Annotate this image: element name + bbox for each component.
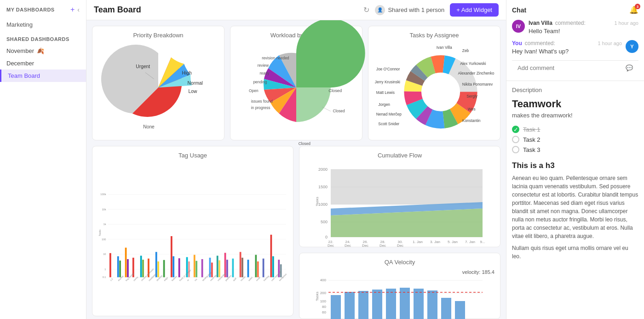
svg-text:Dec: Dec [362,244,368,248]
task-item-1: ✓ Task 1 [512,124,638,134]
add-dashboard-button[interactable]: + [70,6,75,14]
svg-rect-89 [240,252,242,277]
svg-rect-161 [372,290,382,319]
svg-text:Ivan Villa: Ivan Villa [437,45,452,50]
svg-text:Tasks: Tasks [315,197,319,206]
svg-text:Nenad Merčep: Nenad Merčep [376,112,402,116]
chat-input[interactable] [518,64,622,71]
sidebar-item-november[interactable]: November 🍂 [0,45,86,57]
description-para1: Aenean eu leo quam. Pellentesque ornare … [512,174,638,240]
refresh-icon[interactable]: ↻ [363,6,369,14]
svg-text:9...: 9... [480,240,485,244]
svg-text:Closed: Closed [299,141,310,146]
svg-text:Alex Yurkowski: Alex Yurkowski [460,61,486,66]
chat-message-2: You commented: 1 hour ago Hey Ivan! What… [512,40,638,55]
tag-usage-widget: Tag Usage 100k 10k 1k 100 10 1 0.1 [92,146,293,316]
chat-section: Chat 🔔 3 IV Ivan Villa commented: 1 hour… [506,0,644,81]
svg-rect-73 [163,260,165,277]
svg-rect-80 [196,261,197,277]
svg-text:2000: 2000 [318,167,328,172]
svg-text:100: 100 [320,299,327,303]
add-widget-button[interactable]: + Add Widget [450,3,499,17]
msg1-text: Hello Team! [529,28,638,35]
task-list: ✓ Task 1 Task 2 Task 3 [512,124,638,155]
task2-label: Task 2 [523,136,540,143]
svg-rect-167 [455,301,465,319]
velocity-label: velocity: 185.4 [462,269,494,275]
svg-text:pending: pending [253,80,267,84]
sidebar-marketing-item[interactable]: Marketing [0,19,86,32]
sidebar-item-december[interactable]: December [0,57,86,70]
svg-text:Wes: Wes [468,107,476,111]
cumulative-flow-widget: Cumulative Flow 2000 1500 1000 500 0 Tas… [299,146,500,247]
svg-text:Joe O'Connor: Joe O'Connor [376,67,400,71]
my-dashboards-label: MY DASHBOARDS [6,7,55,12]
chat-msg2-meta: You commented: 1 hour ago [512,40,622,46]
page-title: Team Board [94,5,141,15]
chat-input-area[interactable]: 💬 [512,60,638,75]
task1-check-icon[interactable]: ✓ [512,126,519,133]
cumulative-flow-title: Cumulative Flow [305,152,494,159]
svg-text:100k: 100k [100,193,106,196]
svg-rect-72 [157,261,159,277]
svg-text:Alexander Zinchenko: Alexander Zinchenko [458,71,494,75]
svg-rect-76 [178,258,180,277]
send-icon[interactable]: 💬 [626,64,633,71]
chat-title: Chat [512,6,526,14]
sidebar: MY DASHBOARDS + ‹ Marketing SHARED DASHB… [0,0,86,319]
svg-text:200: 200 [320,291,327,295]
svg-text:issues found: issues found [251,99,273,104]
svg-rect-79 [194,255,196,277]
svg-rect-165 [427,290,437,319]
task2-check-icon[interactable] [512,136,519,143]
right-panel: Chat 🔔 3 IV Ivan Villa commented: 1 hour… [506,0,644,319]
msg2-action: commented: [525,40,555,46]
svg-rect-87 [226,260,228,277]
dashboard-grid: Priority Breakdown Urgent High [86,20,506,319]
svg-text:Jerry Krusinski: Jerry Krusinski [375,80,400,84]
chat-msg1-content: Ivan Villa commented: 1 hour ago Hello T… [529,20,638,35]
topbar: Team Board ↻ 👤 Shared with 1 person + Ad… [86,0,506,20]
svg-text:Dec: Dec [345,244,351,248]
svg-text:Closed: Closed [333,109,345,113]
svg-text:ready: ready [259,71,270,75]
tag-usage-title: Tag Usage [98,152,288,159]
priority-breakdown-widget: Priority Breakdown Urgent High [92,26,224,140]
svg-text:review: review [258,63,269,68]
svg-text:ios: ios [194,278,198,281]
svg-text:80: 80 [322,305,326,309]
svg-rect-162 [386,289,396,319]
svg-text:7. Jan: 7. Jan [465,240,475,244]
svg-text:10: 10 [103,253,106,255]
svg-rect-65 [125,247,127,277]
right-column-charts: Cumulative Flow 2000 1500 1000 500 0 Tas… [299,146,500,319]
shared-button[interactable]: 👤 Shared with 1 person [375,5,444,15]
collapse-sidebar-button[interactable]: ‹ [77,6,80,13]
you-avatar: Y [626,40,638,53]
qa-velocity-chart: 400 200 100 80 60 [305,276,494,319]
svg-text:Closed: Closed [328,88,342,93]
ivan-avatar: IV [512,20,525,33]
svg-text:Konstantin: Konstantin [462,118,481,123]
svg-text:Scott Snider: Scott Snider [378,122,399,126]
task3-check-icon[interactable] [512,146,519,153]
notification-bell-icon[interactable]: 🔔 3 [629,6,638,14]
sidebar-item-teamboard[interactable]: Team Board [0,70,86,82]
svg-text:Dec: Dec [380,244,386,248]
svg-rect-166 [441,298,451,319]
task3-label: Task 3 [523,146,540,153]
sidebar-my-dashboards-header: MY DASHBOARDS + ‹ [0,0,86,19]
svg-text:1: 1 [104,267,106,270]
svg-text:revision needed: revision needed [262,56,289,60]
bottom-charts-row: Tag Usage 100k 10k 1k 100 10 1 0.1 [92,146,500,319]
svg-rect-91 [247,260,249,277]
description-header: Description [512,87,638,93]
msg1-action: commented: [555,20,586,26]
svg-text:Dec: Dec [328,244,334,248]
november-emoji: 🍂 [37,47,44,54]
svg-marker-133 [331,169,483,204]
priority-breakdown-chart: Urgent High Normal Low None None [98,42,218,133]
svg-rect-158 [331,295,341,319]
shared-dashboards-label: SHARED DASHBOARDS [0,32,86,45]
tasks-by-assignee-widget: Tasks by Assignee [368,26,500,140]
